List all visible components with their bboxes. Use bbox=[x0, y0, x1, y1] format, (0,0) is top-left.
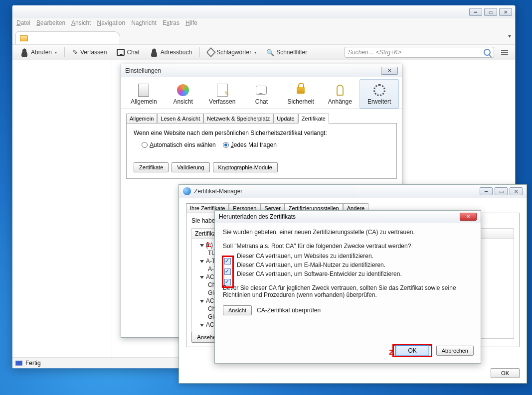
tab-dropdown-icon[interactable]: ▾ bbox=[508, 32, 511, 39]
maximize-button[interactable]: ▭ bbox=[484, 8, 497, 16]
ok-button[interactable]: OK bbox=[395, 345, 429, 356]
close-button[interactable]: ✕ bbox=[499, 8, 512, 16]
folder-tab[interactable] bbox=[15, 31, 120, 44]
subpanel-zertifikate: Wenn eine Website nach dem persönlichen … bbox=[126, 123, 397, 179]
chk-label-websites: Dieser CA vertrauen, um Websites zu iden… bbox=[237, 253, 373, 260]
chat-icon bbox=[117, 49, 125, 56]
search-input[interactable]: Suchen… <Strg+K> bbox=[345, 47, 494, 58]
zertifikate-button[interactable]: Zertifikate bbox=[134, 162, 169, 172]
cat-verfassen[interactable]: Verfassen bbox=[202, 79, 242, 109]
expand-icon bbox=[200, 324, 204, 327]
radio-icon bbox=[223, 142, 229, 148]
menu-ansicht[interactable]: Ansicht bbox=[71, 19, 91, 28]
ansicht-button[interactable]: Ansicht bbox=[223, 305, 252, 315]
menu-bar: Datei Bearbeiten Ansicht Navigation Nach… bbox=[12, 18, 515, 29]
radio-jedesmal[interactable]: Jedes Mal fragen bbox=[223, 141, 277, 148]
tag-icon bbox=[206, 47, 216, 57]
settings-titlebar: Einstellungen ✕ bbox=[121, 64, 402, 77]
category-bar: Allgemein Ansicht Verfassen Chat Sicherh… bbox=[121, 77, 402, 109]
lock-icon bbox=[297, 87, 305, 94]
cat-chat[interactable]: Chat bbox=[242, 79, 281, 109]
subtab-zertifikate[interactable]: Zertifikate bbox=[298, 114, 329, 124]
menu-nachricht[interactable]: Nachricht bbox=[131, 19, 157, 28]
menu-navigation[interactable]: Navigation bbox=[97, 19, 125, 28]
schlagworter-button[interactable]: Schlagwörter ▾ bbox=[205, 48, 259, 57]
radio-jedesmal-label: Jedes Mal fragen bbox=[231, 141, 277, 148]
cancel-button[interactable]: Abbrechen bbox=[436, 346, 474, 356]
verify-label: CA-Zertifikat überprüfen bbox=[257, 307, 321, 314]
checkbox-software[interactable] bbox=[224, 279, 231, 285]
cat-label: Verfassen bbox=[209, 98, 235, 105]
cat-allgemein[interactable]: Allgemein bbox=[124, 79, 164, 109]
close-button[interactable]: ✕ bbox=[510, 187, 523, 195]
close-button[interactable]: ✕ bbox=[460, 213, 477, 221]
separator bbox=[64, 47, 65, 57]
cat-label: Ansicht bbox=[173, 98, 192, 105]
chat-icon bbox=[256, 86, 267, 95]
certmgr-title: Zertifikat-Manager bbox=[194, 188, 480, 195]
annotation-2: 2. bbox=[389, 348, 395, 356]
dl-body: Sie wurden gebeten, einer neuen Zertifiz… bbox=[215, 223, 481, 321]
person-icon bbox=[20, 48, 29, 57]
schnellfilter-button[interactable]: 🔍 Schnellfilter bbox=[264, 48, 310, 57]
verfassen-label: Verfassen bbox=[80, 49, 107, 56]
ok-button[interactable]: OK bbox=[491, 368, 520, 378]
settings-title: Einstellungen bbox=[125, 67, 381, 74]
thunderbird-icon bbox=[183, 187, 191, 195]
menu-icon[interactable] bbox=[499, 48, 510, 57]
status-text: Fertig bbox=[25, 360, 41, 367]
col-name: Zertifika bbox=[195, 230, 216, 237]
abrufen-button[interactable]: Abrufen ▾ bbox=[17, 47, 59, 58]
expand-icon bbox=[200, 276, 204, 279]
cat-anhange[interactable]: Anhänge bbox=[321, 79, 360, 109]
chat-label: Chat bbox=[127, 49, 139, 56]
settings-subarea: Allgemein Lesen & Ansicht Netzwerk & Spe… bbox=[121, 109, 402, 183]
subtab-update[interactable]: Update bbox=[273, 114, 298, 124]
adressbuch-label: Adressbuch bbox=[161, 49, 192, 56]
subtab-netzwerk[interactable]: Netzwerk & Speicherplatz bbox=[203, 114, 273, 124]
validierung-button[interactable]: Validierung bbox=[172, 162, 209, 172]
close-button[interactable]: ✕ bbox=[381, 67, 398, 75]
cat-label: Chat bbox=[255, 98, 268, 105]
minimize-button[interactable]: ━ bbox=[469, 8, 482, 16]
cat-label: Erweitert bbox=[367, 98, 391, 105]
chat-button[interactable]: Chat bbox=[114, 48, 142, 57]
menu-bearbeiten[interactable]: Bearbeiten bbox=[36, 19, 65, 28]
menu-extras[interactable]: Extras bbox=[163, 19, 179, 28]
download-cert-dialog: Herunterladen des Zertifikats ✕ Sie wurd… bbox=[214, 210, 481, 364]
chevron-down-icon: ▾ bbox=[254, 50, 256, 55]
verfassen-button[interactable]: ✎ Verfassen bbox=[70, 47, 109, 57]
cat-erweitert[interactable]: Erweitert bbox=[359, 79, 399, 109]
cat-label: Anhänge bbox=[328, 98, 352, 105]
krypto-module-button[interactable]: Kryptographie-Module bbox=[213, 162, 278, 172]
menu-hilfe[interactable]: Hilfe bbox=[185, 19, 197, 28]
pencil-icon: ✎ bbox=[72, 48, 78, 56]
toolbar: Abrufen ▾ ✎ Verfassen Chat Adressbuch Sc… bbox=[12, 44, 515, 60]
checkbox-email[interactable] bbox=[224, 268, 231, 275]
subtab-allgemein[interactable]: Allgemein bbox=[126, 114, 157, 124]
search-icon bbox=[484, 49, 491, 56]
clip-icon bbox=[337, 85, 344, 96]
cat-sicherheit[interactable]: Sicherheit bbox=[281, 79, 321, 109]
cert-question: Wenn eine Website nach dem persönlichen … bbox=[134, 130, 389, 136]
checkbox-websites[interactable] bbox=[224, 258, 231, 264]
menu-datei[interactable]: Datei bbox=[16, 19, 30, 28]
monitor-icon bbox=[15, 361, 22, 366]
dl-titlebar: Herunterladen des Zertifikats ✕ bbox=[215, 211, 481, 223]
adressbuch-button[interactable]: Adressbuch bbox=[147, 47, 194, 58]
certmgr-titlebar: Zertifikat-Manager ━ ▭ ✕ bbox=[179, 185, 527, 198]
main-titlebar: ━ ▭ ✕ bbox=[12, 5, 515, 18]
abrufen-label: Abrufen bbox=[31, 49, 52, 56]
radio-auto[interactable]: Automatisch eins wählen bbox=[142, 141, 216, 148]
search-icon: 🔍 bbox=[266, 49, 274, 56]
screen-icon bbox=[138, 84, 149, 97]
separator bbox=[199, 47, 200, 57]
subtab-lesen[interactable]: Lesen & Ansicht bbox=[157, 114, 203, 124]
maximize-button[interactable]: ▭ bbox=[495, 187, 508, 195]
palette-icon bbox=[177, 84, 189, 96]
subtab-row: Allgemein Lesen & Ansicht Netzwerk & Spe… bbox=[126, 113, 397, 123]
minimize-button[interactable]: ━ bbox=[480, 187, 493, 195]
folder-sidebar[interactable] bbox=[12, 60, 112, 357]
cat-ansicht[interactable]: Ansicht bbox=[164, 79, 203, 109]
compose-icon bbox=[217, 84, 228, 97]
